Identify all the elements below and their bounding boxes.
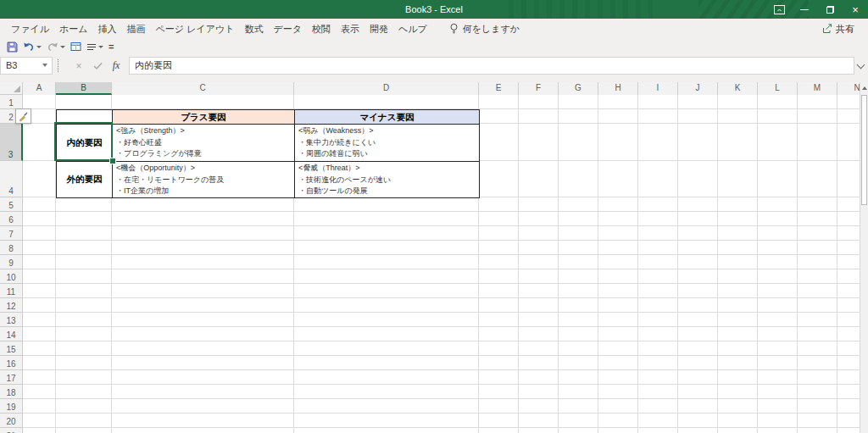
tab-draw[interactable]: 描画 [122, 19, 151, 39]
save-button[interactable] [4, 40, 20, 53]
tab-help[interactable]: ヘルプ [393, 19, 432, 39]
tab-formulas[interactable]: 数式 [239, 19, 268, 39]
column-header-C[interactable]: C [112, 82, 294, 95]
row-header-10[interactable]: 10 [0, 269, 23, 284]
tab-view[interactable]: 表示 [336, 19, 364, 39]
column-header-I[interactable]: I [638, 82, 678, 95]
column-header-G[interactable]: G [559, 82, 598, 95]
tab-page-layout[interactable]: ページ レイアウト [151, 19, 240, 39]
row-header-18[interactable]: 18 [0, 385, 23, 399]
align-dropdown-caret[interactable] [98, 46, 103, 48]
column-header-L[interactable]: L [758, 82, 798, 95]
view-side-by-side-button[interactable] [68, 40, 84, 53]
cell-minus-header[interactable]: マイナス要因 [295, 110, 480, 125]
column-header-N[interactable]: N [837, 82, 860, 95]
redo-button[interactable] [44, 40, 68, 53]
column-header-J[interactable]: J [678, 82, 718, 95]
formula-input[interactable]: 内的要因 [129, 57, 854, 75]
tab-home[interactable]: ホーム [54, 19, 93, 39]
tab-review[interactable]: 校閲 [307, 19, 336, 39]
confirm-entry-button[interactable] [90, 58, 105, 73]
tell-me-box[interactable]: 何をしますか [449, 23, 520, 36]
column-header-F[interactable]: F [519, 82, 559, 95]
undo-button[interactable] [20, 40, 44, 53]
column-header-D[interactable]: D [294, 82, 479, 95]
gridline-vertical [837, 95, 837, 433]
tab-developer[interactable]: 開発 [364, 19, 393, 39]
expand-formula-bar-caret[interactable] [857, 61, 865, 69]
paste-options-button[interactable] [15, 108, 31, 124]
align-lines-button[interactable] [84, 40, 106, 53]
ribbon-display-options-button[interactable] [766, 0, 792, 19]
redo-dropdown-caret[interactable] [60, 46, 65, 48]
fill-handle[interactable] [109, 158, 116, 164]
gridline-horizontal [23, 326, 860, 327]
row-header-13[interactable]: 13 [0, 313, 23, 327]
undo-dropdown-caret[interactable] [36, 46, 42, 48]
column-header-M[interactable]: M [798, 82, 837, 95]
cell-strength[interactable]: <強み（Strength）> ・好奇心旺盛 ・プログラミングが得意 [113, 125, 295, 162]
sheet-grid[interactable]: プラス要因 マイナス要因 内的要因 <強み（Strength）> ・好奇心旺盛 … [0, 82, 860, 433]
customize-quick-access-button[interactable]: = [106, 40, 116, 53]
row-header-9[interactable]: 9 [0, 255, 23, 269]
cell-internal-label[interactable]: 内的要因 [57, 125, 113, 162]
row-header-20[interactable]: 20 [0, 414, 23, 428]
gridline-horizontal [23, 283, 860, 284]
share-button[interactable]: 共有 [817, 21, 860, 37]
gridline-horizontal [23, 341, 860, 341]
row-header-4[interactable]: 4 [0, 161, 23, 197]
strength-line: ・好奇心旺盛 [116, 137, 291, 149]
gridline-vertical [797, 95, 798, 433]
strength-line: ・プログラミングが得意 [116, 148, 291, 160]
gridline-horizontal [23, 413, 860, 414]
column-header-B[interactable]: B [56, 82, 112, 95]
cell-threat[interactable]: <脅威（Threat）> ・技術進化のペースが速い ・自動ツールの発展 [295, 162, 480, 198]
row-header-3[interactable]: 3 [0, 124, 23, 161]
cell-external-label[interactable]: 外的要因 [57, 162, 113, 198]
tab-insert[interactable]: 挿入 [93, 19, 122, 39]
gridline-horizontal [23, 225, 860, 226]
gridline-horizontal [23, 312, 860, 313]
name-box-dropdown-caret[interactable] [42, 64, 47, 67]
row-header-5[interactable]: 5 [0, 197, 23, 212]
row-header-12[interactable]: 12 [0, 298, 23, 313]
minimize-button[interactable] [792, 0, 817, 19]
column-header-H[interactable]: H [598, 82, 638, 95]
column-header-K[interactable]: K [718, 82, 758, 95]
row-header-6[interactable]: 6 [0, 212, 23, 226]
row-header-1[interactable]: 1 [0, 95, 23, 109]
threat-line: ・技術進化のペースが速い [298, 175, 476, 186]
tab-data[interactable]: データ [268, 19, 307, 39]
cell-weakness[interactable]: <弱み（Weakness）> ・集中力が続きにくい ・周囲の雑音に弱い [295, 125, 480, 162]
lightbulb-icon [449, 23, 459, 35]
column-header-E[interactable]: E [479, 82, 519, 95]
row-header-11[interactable]: 11 [0, 284, 23, 298]
row-header-14[interactable]: 14 [0, 327, 23, 341]
row-header-19[interactable]: 19 [0, 399, 23, 414]
row-header-21[interactable]: 21 [0, 428, 23, 433]
cancel-icon: × [75, 60, 81, 72]
gridline-horizontal [23, 269, 860, 269]
cell-B2[interactable] [57, 110, 113, 125]
scroll-up-button[interactable] [860, 82, 868, 94]
insert-function-button[interactable]: fx [108, 58, 124, 73]
row-header-16[interactable]: 16 [0, 356, 23, 370]
strength-line: <強み（Strength）> [116, 125, 291, 137]
cell-opportunity[interactable]: <機会（Opportunity）> ・在宅・リモートワークの普及 ・IT企業の増… [113, 162, 295, 198]
gridline-horizontal [23, 427, 860, 428]
row-header-15[interactable]: 15 [0, 341, 23, 356]
scrollbar-thumb[interactable] [861, 95, 867, 205]
tab-file[interactable]: ファイル [6, 19, 54, 39]
gridline-horizontal [23, 398, 860, 399]
row-header-17[interactable]: 17 [0, 370, 23, 385]
row-header-8[interactable]: 8 [0, 241, 23, 255]
restore-button[interactable] [817, 0, 843, 19]
close-button[interactable]: × [843, 0, 868, 19]
row-header-7[interactable]: 7 [0, 226, 23, 241]
vertical-scrollbar[interactable] [860, 82, 868, 433]
cancel-entry-button[interactable]: × [71, 58, 86, 73]
quick-access-toolbar: = [0, 39, 868, 54]
cell-plus-header[interactable]: プラス要因 [113, 110, 295, 125]
select-all-corner[interactable] [0, 82, 23, 95]
column-header-A[interactable]: A [23, 82, 56, 95]
